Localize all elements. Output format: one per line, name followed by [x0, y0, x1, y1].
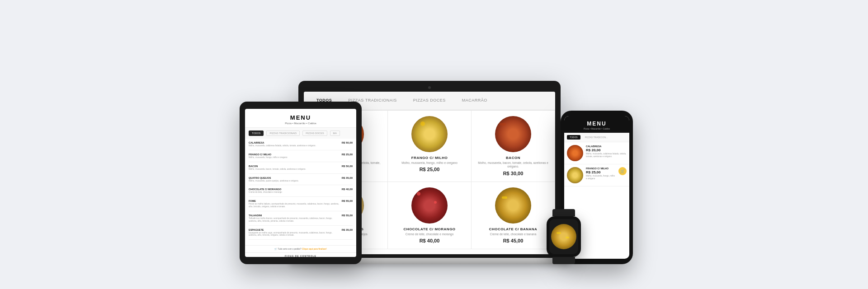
tablet-item-calabresa[interactable]: CALABRESA Molho, mussarela, calabresa fa…: [249, 141, 353, 150]
add-to-cart-icon[interactable]: 🛒: [618, 167, 627, 175]
phone-item-desc: Molho, mussarela, calabresa fatiada, ceb…: [586, 153, 627, 158]
scene: TODOS PIZZAS TRADICIONAIS PIZZAS DOCES M…: [185, 11, 683, 278]
tablet-footer-link[interactable]: Clique aqui para finalizar!: [302, 248, 327, 250]
pizza-image-frango: [411, 116, 448, 152]
phone-item-price: R$ 20,00: [586, 148, 627, 152]
phone-pizza-thumb-calabresa: [567, 145, 583, 161]
tablet-item-name: FOME: [249, 200, 340, 202]
tablet-item-price: R$ 55,00: [342, 200, 353, 208]
tablet-control-section: FICHA DE CONTROLE Produto Quantidade R$ …: [245, 252, 356, 257]
tablet-item-desc: Molho, mussarela, calabresa fatiada, ceb…: [249, 144, 340, 147]
watch-band-top: [552, 209, 575, 216]
pizza-desc-frango: Molho, mussarela, frango, milho e oregan…: [401, 161, 458, 165]
tablet-control-title: FICHA DE CONTROLE: [249, 255, 353, 257]
laptop-card-frango[interactable]: FRANGO C/ MILHO Molho, mussarela, frango…: [388, 111, 471, 182]
pizza-name-bacon: BACON: [506, 156, 520, 160]
phone-item-info-frango: FRANGO C/ MILHO R$ 25,00 Molho, mussarel…: [586, 167, 616, 180]
phone-item-price: R$ 25,00: [586, 170, 616, 174]
phone-header: MENU Pizza • Macarrão • Caldos: [564, 116, 629, 133]
tablet-item-price: R$ 50,00: [342, 141, 353, 147]
tablet-subtitle: Pizza • Macarrão • Caldos: [249, 122, 353, 125]
tablet-footer-text: 🛒 Tudo certo com o pedido? Clique aqui p…: [245, 245, 356, 252]
tablet-item-desc: Molho, mussarela, quatro queijos, azeito…: [249, 180, 340, 182]
tablet-item-fome[interactable]: FOME Pesce ao molho italiano, acompanhad…: [249, 200, 353, 211]
tablet-item-name: TALHADINI: [249, 214, 340, 217]
pizza-desc-choc-morango: Creme de leite, chocolate e morango: [406, 233, 454, 236]
tablet-tab-tradicionais[interactable]: PIZZAS TRADICIONAIS: [266, 131, 300, 136]
tablet-tab-todos[interactable]: TODOS: [249, 131, 264, 136]
pizza-price-frango: R$ 25,00: [420, 167, 440, 172]
pizza-image-choc-morango: [411, 187, 448, 224]
tablet-item-price: R$ 55,00: [342, 214, 353, 223]
tablet-item-name: BACON: [249, 165, 340, 168]
watch-pizza-display: [551, 224, 576, 249]
laptop-camera: [428, 86, 431, 89]
pizza-price-choc-morango: R$ 40,00: [420, 238, 440, 243]
tablet-item-list: CALABRESA Molho, mussarela, calabresa fa…: [245, 139, 356, 245]
tablet-header: MENU Pizza • Macarrão • Caldos: [245, 109, 356, 128]
phone-pizza-thumb-frango: [567, 167, 583, 183]
pizza-name-frango: FRANGO C/ MILHO: [411, 156, 448, 160]
tablet: MENU Pizza • Macarrão • Caldos TODOS PIZ…: [240, 102, 362, 264]
pizza-name-choc-banana: CHOCOLATE C/ BANANA: [489, 227, 538, 231]
pizza-image-choc-banana: [495, 187, 531, 224]
tablet-item-price: R$ 50,00: [342, 165, 353, 171]
pizza-desc-bacon: Molho, mussarela, bacon, tomate, cebola,…: [477, 161, 549, 169]
laptop-tab-macarrao[interactable]: MACARRÃO: [458, 96, 491, 105]
phone-tab-tradicionais[interactable]: PIZZAS TRADICION...: [582, 135, 610, 140]
phone-item-desc: Molho, mussarela, frango, milho e orégan…: [586, 175, 616, 180]
laptop-card-choc-banana[interactable]: CHOCOLATE C/ BANANA Creme de leite, choc…: [472, 182, 555, 249]
tablet-title: MENU: [249, 114, 353, 121]
tablet-screen: MENU Pizza • Macarrão • Caldos TODOS PIZ…: [245, 109, 356, 257]
tablet-item-desc: Espaguete ao molho sugo, acompanhado de …: [249, 232, 340, 237]
phone-nav: TODOS PIZZAS TRADICION...: [564, 133, 629, 142]
pizza-desc-choc-banana: Creme de leite, chocolate e banana: [490, 233, 537, 236]
tablet-item-desc: Talhadini ao molho branco, acompanhado d…: [249, 217, 340, 223]
tablet-body: MENU Pizza • Macarrão • Caldos TODOS PIZ…: [240, 102, 362, 264]
tablet-item-bacon[interactable]: BACON Molho, mussarela, bacon, tomate, c…: [249, 165, 353, 174]
watch-body: [547, 216, 581, 257]
pizza-name-choc-morango: CHOCOLATE C/ MORANGO: [403, 227, 455, 231]
tablet-item-desc: Creme de leite, chocolate e morango: [249, 191, 340, 194]
watch-band-bottom: [552, 257, 575, 264]
phone-item-name: FRANGO C/ MILHO: [586, 167, 616, 170]
laptop-card-choc-morango[interactable]: CHOCOLATE C/ MORANGO Creme de leite, cho…: [388, 182, 471, 249]
phone-item-name: CALABRESA: [586, 145, 627, 148]
tablet-item-name: QUATRO QUEIJOS: [249, 177, 340, 179]
tablet-item-name: FRANGO C/ MILHO: [249, 153, 340, 156]
tablet-tab-ma[interactable]: MA: [330, 131, 340, 136]
tablet-item-talhadini[interactable]: TALHADINI Talhadini ao molho branco, aco…: [249, 214, 353, 226]
phone-tab-todos[interactable]: TODOS: [567, 135, 580, 140]
laptop-tab-doces[interactable]: PIZZAS DOCES: [410, 96, 449, 105]
phone-subtitle: Pizza • Macarrão • Caldos: [568, 127, 626, 130]
watch: [547, 209, 581, 264]
watch-screen: [549, 219, 578, 254]
tablet-item-choc[interactable]: CHOCOLATE C/ MORANGO Creme de leite, cho…: [249, 188, 353, 197]
tablet-item-desc: Pesce ao molho italiano, acompanhado de …: [249, 203, 340, 208]
phone-item-calabresa[interactable]: CALABRESA R$ 20,00 Molho, mussarela, cal…: [564, 142, 629, 164]
phone-title: MENU: [568, 121, 626, 127]
tablet-item-desc: Molho, mussarela, bacon, tomate, cebola,…: [249, 168, 340, 171]
tablet-item-price: R$ 35,00: [342, 228, 353, 237]
pizza-price-bacon: R$ 30,00: [503, 171, 524, 176]
tablet-item-frango[interactable]: FRANGO C/ MILHO Molho, mussarela, frango…: [249, 153, 353, 162]
laptop-card-bacon[interactable]: BACON Molho, mussarela, bacon, tomate, c…: [472, 111, 555, 182]
tablet-nav: TODOS PIZZAS TRADICIONAIS PIZZAS DOCES M…: [245, 128, 356, 139]
pizza-image-bacon: [495, 116, 531, 152]
tablet-item-desc: Molho, mussarela, frango, milho e oregan…: [249, 156, 340, 159]
phone-item-info-calabresa: CALABRESA R$ 20,00 Molho, mussarela, cal…: [586, 145, 627, 158]
tablet-item-price: R$ 40,00: [342, 188, 353, 194]
tablet-item-quatro[interactable]: QUATRO QUEIJOS Molho, mussarela, quatro …: [249, 177, 353, 186]
tablet-tab-doces[interactable]: PIZZAS DOCES: [302, 131, 327, 136]
tablet-item-espaguete[interactable]: ESPAGUETE Espaguete ao molho sugo, acomp…: [249, 228, 353, 240]
tablet-item-name: CALABRESA: [249, 141, 340, 144]
pizza-price-choc-banana: R$ 45,00: [503, 238, 524, 243]
phone-item-frango[interactable]: FRANGO C/ MILHO R$ 25,00 Molho, mussarel…: [564, 164, 629, 186]
tablet-item-price: R$ 35,00: [342, 177, 353, 182]
tablet-item-name: ESPAGUETE: [249, 228, 340, 231]
tablet-item-price: R$ 25,00: [342, 153, 353, 159]
tablet-item-name: CHOCOLATE C/ MORANGO: [249, 188, 340, 191]
